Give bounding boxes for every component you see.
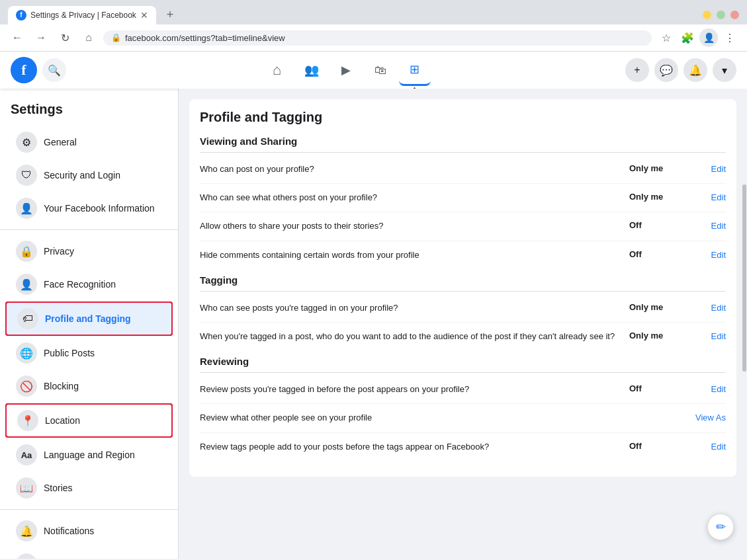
reviewing-header: Reviewing [200,356,249,367]
floating-edit-button[interactable]: ✏ [707,514,734,540]
viewing-sharing-header: Viewing and Sharing [200,136,297,147]
edit-link[interactable]: Edit [711,384,726,394]
url-bar[interactable]: 🔒 facebook.com/settings?tab=timeline&vie… [103,30,652,46]
lock-icon: 🔒 [111,33,121,42]
row-tagged-add-audience: When you're tagged in a post, who do you… [200,323,726,350]
scrollbar-thumb [742,184,746,372]
edit-link[interactable]: Edit [711,192,726,202]
row-question: Review posts you're tagged in before the… [200,383,619,395]
sidebar-item-stories[interactable]: 📖 Stories [5,472,173,504]
scrollbar[interactable] [742,184,747,559]
fb-logo[interactable]: f [11,57,37,83]
edit-link[interactable]: Edit [711,250,726,260]
location-icon: 📍 [17,410,38,431]
create-button[interactable]: + [625,58,649,82]
sidebar-item-label: Profile and Tagging [45,313,131,324]
messenger-button[interactable]: 💬 [654,58,678,82]
reload-button[interactable]: ↻ [56,28,74,47]
view-as-link[interactable]: View As [695,413,726,422]
browser-menu-button[interactable]: ⋮ [721,28,739,47]
tagging-section: Tagging Who can see posts you're tagged … [200,274,726,350]
sidebar-item-language-region[interactable]: Aa Language and Region [5,439,173,471]
account-menu-button[interactable]: ▾ [713,58,736,82]
fb-nav-center: ⌂ 👥 ▶ 🛍 ⊞ ↑ [71,54,620,86]
security-icon: 🛡 [16,165,37,186]
close-button[interactable] [730,11,739,19]
sidebar-item-label: Privacy [44,246,74,257]
browser-tab: f Settings & Privacy | Facebook ✕ [8,6,156,24]
sidebar-item-privacy[interactable]: 🔒 Privacy [5,235,173,267]
groups-nav-icon[interactable]: ⊞ ↑ [399,54,431,86]
watch-icon: ▶ [341,63,351,77]
blocking-icon: 🚫 [16,376,37,397]
sidebar-item-location[interactable]: 📍 Location [5,403,173,438]
home-nav-icon[interactable]: ⌂ [261,54,293,86]
bookmark-button[interactable]: ☆ [657,28,676,47]
fb-nav-bar: f 🔍 ⌂ 👥 ▶ 🛍 ⊞ ↑ + 💬 🔔 [0,52,747,89]
sidebar-item-label: Language and Region [44,450,135,460]
row-value: Only me [629,331,682,340]
row-value: Off [629,220,682,230]
home-nav-button[interactable]: ⌂ [79,28,98,47]
row-question: Review what other people see on your pro… [200,412,619,424]
public-posts-icon: 🌐 [16,342,37,364]
reviewing-section: Reviewing Review posts you're tagged in … [200,356,726,461]
browser-tab-title: Settings & Privacy | Facebook [30,11,136,20]
sidebar-item-general[interactable]: ⚙ General [5,126,173,158]
browser-chrome: f Settings & Privacy | Facebook ✕ + ← → … [0,0,747,52]
edit-link[interactable]: Edit [711,442,726,452]
browser-tab-close[interactable]: ✕ [140,10,148,20]
edit-link[interactable]: Edit [711,221,726,231]
bell-icon: 🔔 [689,64,702,77]
sidebar-item-face-recognition[interactable]: 👤 Face Recognition [5,268,173,300]
sidebar-item-notifications[interactable]: 🔔 Notifications [5,515,173,547]
row-value: Off [629,249,682,259]
row-value: Only me [629,163,682,173]
sidebar-item-profile-tagging[interactable]: 🏷 Profile and Tagging [5,301,173,336]
main-layout: Settings ⚙ General 🛡 Security and Login … [0,89,747,559]
edit-link[interactable]: Edit [711,331,726,341]
friends-nav-icon[interactable]: 👥 [296,54,328,86]
groups-icon: ⊞ [410,62,419,77]
viewing-sharing-section: Viewing and Sharing Who can post on your… [200,136,726,269]
row-who-can-post: Who can post on your profile? Only me Ed… [200,155,726,184]
face-recognition-icon: 👤 [16,274,37,295]
row-value: Off [629,383,682,393]
row-value: Off [629,441,682,451]
sidebar-divider-1 [0,229,178,230]
sidebar-item-mobile[interactable]: 📱 Mobile [5,548,173,559]
forward-button[interactable]: → [32,28,50,47]
search-button[interactable]: 🔍 [42,58,66,82]
row-question: When you're tagged in a post, who do you… [200,331,619,342]
notifications-button[interactable]: 🔔 [683,58,707,82]
maximize-button[interactable] [717,11,725,19]
browser-title-bar: f Settings & Privacy | Facebook ✕ + [0,0,747,24]
marketplace-nav-icon[interactable]: 🛍 [365,54,396,86]
sidebar-item-facebook-information[interactable]: 👤 Your Facebook Information [5,192,173,224]
search-icon: 🔍 [48,64,61,77]
new-tab-button[interactable]: + [161,5,179,24]
sidebar: Settings ⚙ General 🛡 Security and Login … [0,89,179,559]
extensions-button[interactable]: 🧩 [678,28,697,47]
sidebar-item-label: Face Recognition [44,279,116,290]
edit-link[interactable]: Edit [711,164,726,174]
profile-avatar-button[interactable]: 👤 [699,28,718,47]
content-panel: Profile and Tagging Viewing and Sharing … [189,99,736,477]
chevron-down-icon: ▾ [722,64,727,77]
row-question: Who can see what others post on your pro… [200,192,619,204]
window-controls [703,11,739,19]
sidebar-item-public-posts[interactable]: 🌐 Public Posts [5,337,173,369]
sidebar-item-blocking[interactable]: 🚫 Blocking [5,370,173,402]
row-hide-comments: Hide comments containing certain words f… [200,241,726,269]
edit-link[interactable]: Edit [711,303,726,313]
stories-icon: 📖 [16,477,37,499]
minimize-button[interactable] [703,11,711,19]
sidebar-item-label: Notifications [44,526,94,536]
watch-nav-icon[interactable]: ▶ [330,54,362,86]
sidebar-item-label: Blocking [44,381,79,391]
row-value: Only me [629,192,682,202]
row-value: Only me [629,302,682,312]
sidebar-item-security-login[interactable]: 🛡 Security and Login [5,159,173,191]
back-button[interactable]: ← [8,28,26,47]
sidebar-item-label: Public Posts [44,348,95,358]
